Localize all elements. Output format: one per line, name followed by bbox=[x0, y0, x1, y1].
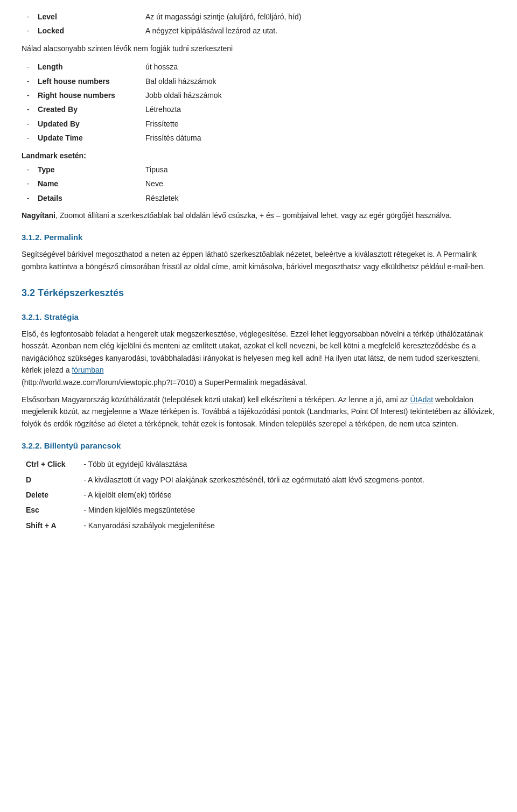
section-321-suffix: a SuperPermalink megadásával. bbox=[196, 378, 307, 387]
section-312-heading: 3.1.2. Permalink bbox=[22, 231, 495, 244]
locked-value: A négyzet kipipálásával lezárod az utat. bbox=[145, 25, 495, 37]
update-time-key: Update Time bbox=[38, 132, 145, 144]
section-321-text2: Elsősorban Magyarország közúthálózatát (… bbox=[22, 395, 410, 404]
details-item: - Details Részletek bbox=[22, 192, 495, 204]
section-322-heading: 3.2.2. Billentyű parancsok bbox=[22, 439, 495, 452]
section-321-p1: Első, és legfontosabb feladat a hengerel… bbox=[22, 328, 495, 388]
intro-paragraph: Nálad alacsonyabb szinten lévők nem fogj… bbox=[22, 43, 495, 54]
section-321-link-display: (http://world.waze.com/forum/viewtopic.p… bbox=[22, 378, 196, 387]
right-house-item: - Right house numbers Jobb oldali házszá… bbox=[22, 89, 495, 101]
created-by-value: Létrehozta bbox=[145, 103, 495, 115]
details-key: Details bbox=[38, 192, 145, 204]
properties-list: - Length út hossza - Left house numbers … bbox=[22, 61, 495, 144]
section-321-p2: Elsősorban Magyarország közúthálózatát (… bbox=[22, 394, 495, 430]
zoom-paragraph: Nagyítani, Zoomot állítani a szerkesztőa… bbox=[22, 209, 495, 221]
type-value: Tipusa bbox=[145, 164, 495, 176]
keyboard-row: Shift + A- Kanyarodási szabályok megjele… bbox=[22, 518, 495, 533]
top-list: - Level Az út magassági szintje (aluljár… bbox=[22, 11, 495, 37]
landmark-section: Landmark esetén: - Type Tipusa - Name Ne… bbox=[22, 150, 495, 205]
length-item: - Length út hossza bbox=[22, 61, 495, 73]
update-time-item: - Update Time Frissítés dátuma bbox=[22, 132, 495, 144]
level-key: Level bbox=[38, 11, 145, 23]
length-key: Length bbox=[38, 61, 145, 73]
level-item: - Level Az út magassági szintje (aluljár… bbox=[22, 11, 495, 23]
right-house-key: Right house numbers bbox=[38, 89, 145, 101]
updated-by-key: Updated By bbox=[38, 118, 145, 130]
updated-by-value: Frissítette bbox=[145, 118, 495, 130]
zoom-text: , Zoomot állítani a szerkesztőablak bal … bbox=[55, 211, 452, 220]
zoom-bold: Nagyítani bbox=[22, 211, 55, 220]
keyboard-row: D- A kiválasztott út vagy POI alakjának … bbox=[22, 472, 495, 487]
keyboard-row: Esc- Minden kijelölés megszüntetése bbox=[22, 502, 495, 517]
keyboard-key: Esc bbox=[22, 502, 79, 517]
name-key: Name bbox=[38, 178, 145, 190]
keyboard-value: - A kiválasztott út vagy POI alakjának s… bbox=[79, 472, 495, 487]
landmark-label: Landmark esetén: bbox=[22, 150, 495, 162]
locked-item: - Locked A négyzet kipipálásával lezárod… bbox=[22, 25, 495, 37]
keyboard-value: - Több út egyidejű kiválasztása bbox=[79, 457, 495, 472]
name-value: Neve bbox=[145, 178, 495, 190]
forum-link[interactable]: fórumban bbox=[72, 366, 103, 374]
section-312-paragraph: Segítségével bárkivel megoszthatod a net… bbox=[22, 248, 495, 272]
details-value: Részletek bbox=[145, 192, 495, 204]
keyboard-value: - A kijelölt elem(ek) törlése bbox=[79, 487, 495, 502]
section-32-heading: 3.2 Térképszerkesztés bbox=[22, 285, 495, 301]
length-value: út hossza bbox=[145, 61, 495, 73]
left-house-key: Left house numbers bbox=[38, 75, 145, 87]
keyboard-table: Ctrl + Click- Több út egyidejű kiválaszt… bbox=[22, 457, 495, 533]
keyboard-value: - Kanyarodási szabályok megjelenítése bbox=[79, 518, 495, 533]
left-house-item: - Left house numbers Bal oldali házszámo… bbox=[22, 75, 495, 87]
keyboard-key: Shift + A bbox=[22, 518, 79, 533]
keyboard-value: - Minden kijelölés megszüntetése bbox=[79, 502, 495, 517]
section-321-heading: 3.2.1. Stratégia bbox=[22, 311, 495, 324]
keyboard-key: Delete bbox=[22, 487, 79, 502]
name-item: - Name Neve bbox=[22, 178, 495, 190]
right-house-value: Jobb oldali házszámok bbox=[145, 89, 495, 101]
type-item: - Type Tipusa bbox=[22, 164, 495, 176]
level-value: Az út magassági szintje (aluljáró, felül… bbox=[145, 11, 495, 23]
updated-by-item: - Updated By Frissítette bbox=[22, 118, 495, 130]
keyboard-row: Delete- A kijelölt elem(ek) törlése bbox=[22, 487, 495, 502]
created-by-item: - Created By Létrehozta bbox=[22, 103, 495, 115]
utadat-link[interactable]: ÚtAdat bbox=[410, 395, 433, 404]
created-by-key: Created By bbox=[38, 103, 145, 115]
keyboard-key: D bbox=[22, 472, 79, 487]
keyboard-row: Ctrl + Click- Több út egyidejű kiválaszt… bbox=[22, 457, 495, 472]
locked-key: Locked bbox=[38, 25, 145, 37]
update-time-value: Frissítés dátuma bbox=[145, 132, 495, 144]
left-house-value: Bal oldali házszámok bbox=[145, 75, 495, 87]
type-key: Type bbox=[38, 164, 145, 176]
keyboard-key: Ctrl + Click bbox=[22, 457, 79, 472]
